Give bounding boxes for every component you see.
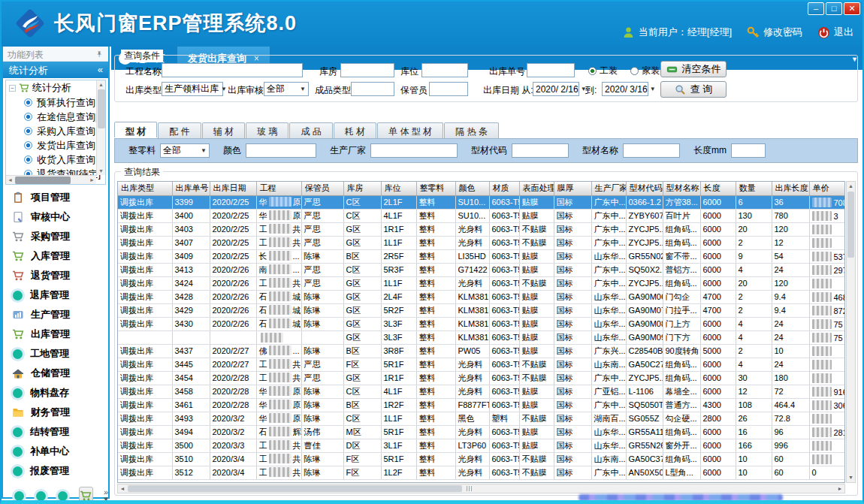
table-row[interactable]: 调拨出库35102020/3/4工共工程陈琳F区5R1F整料光身料6063-T5… [118, 452, 845, 466]
scroll-down-icon[interactable]: ▼ [97, 167, 105, 175]
column-header-型材名称[interactable]: 型材名称 [663, 182, 700, 195]
material-tab-耗材[interactable]: 耗 材 [334, 122, 376, 138]
column-header-单价[interactable]: 单价 [809, 182, 845, 195]
module-dot-icon[interactable] [58, 491, 68, 501]
scroll-left-icon[interactable]: ◄ [118, 484, 127, 493]
outbound-audit-select[interactable]: 全部▼ [264, 82, 309, 96]
profile-code-input[interactable] [512, 143, 569, 158]
grid-horizontal-scrollbar[interactable]: ◄ ► [117, 484, 845, 493]
sidebar-item-财务管理[interactable]: 财务管理 [3, 403, 108, 422]
logout-button[interactable]: 退出 [817, 26, 853, 39]
column-header-出库长度[interactable]: 出库长度 [772, 182, 809, 195]
material-tab-单体型材[interactable]: 单 体 型 材 [377, 122, 443, 138]
material-tab-玻璃[interactable]: 玻 璃 [246, 122, 289, 138]
column-header-颜色[interactable]: 颜色 [455, 182, 489, 195]
module-dot-icon[interactable] [14, 491, 24, 501]
column-header-材质[interactable]: 材质 [489, 182, 519, 195]
table-row[interactable]: 调拨出库34302020/2/26石城陈琳G区3L3F整料KLM38176063… [118, 317, 845, 330]
tree-expand-icon[interactable]: − [9, 85, 16, 92]
sidebar-item-入库管理[interactable]: 入库管理 [3, 246, 108, 266]
column-header-保管员[interactable]: 保管员 [301, 182, 343, 195]
table-row[interactable]: G区3L3F整料KLM38176063-T5贴膜国标山东华...GA90M09.… [118, 330, 845, 344]
sidebar-item-补单中心[interactable]: 补单中心 [3, 442, 108, 461]
scroll-right-icon[interactable]: ► [88, 176, 96, 185]
sidebar-item-生产管理[interactable]: 生产管理 [3, 305, 108, 324]
manufacturer-input[interactable] [370, 143, 458, 158]
pin-icon[interactable]: 🖈 [95, 50, 104, 59]
location-input[interactable] [421, 63, 468, 77]
column-header-整零料[interactable]: 整零料 [416, 182, 455, 195]
project-name-input[interactable] [162, 63, 303, 77]
column-header-表面处理[interactable]: 表面处理 [519, 182, 554, 195]
profile-name-input[interactable] [623, 143, 680, 158]
sidebar-item-出库管理[interactable]: 出库管理 [3, 324, 108, 344]
clear-conditions-button[interactable]: 清空条件 [660, 61, 727, 77]
tree-vertical-scrollbar[interactable]: ▲ ▼ [96, 80, 105, 175]
collapse-icon[interactable]: « [98, 64, 103, 75]
table-row[interactable]: 调拨出库34072020/2/25工共工程严思G区1L1F整料光身料6063-T… [118, 236, 845, 249]
scroll-right-icon[interactable]: ► [835, 484, 844, 493]
module-dot-icon[interactable] [36, 491, 46, 501]
table-row[interactable]: 调拨出库35122020/3/4工共工程陈琳F区1L2F整料光身料6063-T5… [118, 466, 845, 479]
table-row[interactable]: 调拨出库33992020/2/25华原...严思C区2L1F整料SU10...6… [118, 195, 845, 209]
material-tab-型材[interactable]: 型 材 [114, 122, 157, 137]
table-row[interactable]: 调拨出库34372020/2/27佛...陈琳B区3R8F整料PW056063-… [118, 344, 845, 358]
sidebar-item-退库管理[interactable]: 退库管理 [3, 285, 108, 305]
table-row[interactable]: 调拨出库34002020/2/25华原...严思C区4L1F整料SU10...6… [118, 209, 845, 222]
table-row[interactable]: 调拨出库35002020/3/3工共工程曹佳D区3L1F整料LT3P606063… [118, 439, 845, 452]
table-row[interactable]: 调拨出库34582020/2/28华原...陈琳C区4L1F整料光身料6063-… [118, 385, 845, 398]
column-header-出库类型[interactable]: 出库类型 [118, 182, 172, 195]
tree-item[interactable]: 发货出库查询 [6, 138, 105, 152]
column-header-数量[interactable]: 数量 [736, 182, 772, 195]
part-type-select[interactable]: 全部▼ [160, 143, 210, 158]
sidebar-item-项目管理[interactable]: 项目管理 [3, 188, 108, 207]
column-header-出库日期[interactable]: 出库日期 [210, 182, 256, 195]
table-row[interactable]: 调拨出库34542020/2/28工共工程严思G区1R1F整料光身料6063-T… [118, 371, 845, 385]
section-header-statistics[interactable]: 统计分析 « [3, 62, 108, 78]
material-tab-配件[interactable]: 配 件 [158, 122, 201, 138]
product-type-input[interactable] [351, 82, 394, 96]
radio-gongzhuang[interactable]: 工装 [588, 65, 618, 77]
outbound-type-select[interactable]: 生产领料出库▼ [162, 82, 223, 96]
scroll-left-icon[interactable]: ◄ [6, 176, 14, 185]
date-to-picker[interactable]: 2020/ 3/16▼ [602, 82, 648, 96]
scroll-up-icon[interactable]: ▲ [97, 80, 105, 89]
length-input[interactable] [731, 143, 766, 158]
sidebar-item-审核中心[interactable]: 审核中心 [3, 207, 108, 227]
tree-item[interactable]: 采购入库查询 [6, 124, 105, 138]
maximize-button[interactable]: □ [826, 2, 842, 15]
order-no-input[interactable] [527, 63, 575, 77]
sidebar-item-物料盘存[interactable]: 物料盘存 [3, 383, 108, 403]
sidebar-item-仓储管理[interactable]: 仓储管理 [3, 364, 108, 383]
close-button[interactable]: ✕ [844, 2, 860, 15]
tree-item[interactable]: 预算执行查询 [6, 95, 105, 110]
sidebar-item-结转管理[interactable]: 结转管理 [3, 422, 108, 442]
table-row[interactable]: 调拨出库34132020/2/26南...严思C区5R3F整料G71422606… [118, 263, 845, 276]
more-modules-button[interactable]: »▾ [104, 489, 108, 502]
tree-item[interactable]: 收货入库查询 [6, 152, 105, 167]
search-button[interactable]: 查 询 [660, 81, 727, 98]
column-header-型材代码[interactable]: 型材代码 [626, 182, 663, 195]
table-row[interactable]: 调拨出库34932020/3/2华原...陈琳C区1L1F整料黑色塑料不贴膜国标… [118, 412, 845, 425]
table-row[interactable]: 调拨出库34092020/2/25长...陈琳B区2R5F整料LI35HD606… [118, 249, 845, 263]
keeper-input[interactable] [429, 82, 468, 96]
date-from-picker[interactable]: 2020/ 2/16▼ [533, 82, 579, 96]
tree-item[interactable]: 在途信息查询[待 [6, 110, 105, 124]
table-row[interactable]: 调拨出库34292020/2/26石城陈琳G区5R2F整料KLM38176063… [118, 303, 845, 317]
table-row[interactable]: 调拨出库34032020/2/25工共工程严思G区1R1F整料光身料6063-T… [118, 222, 845, 236]
table-row[interactable]: 调拨出库34452020/2/27工共工程严思F区5R1F整料光身料6063-T… [118, 358, 845, 371]
radio-jiazhuang[interactable]: 家装 [630, 65, 660, 77]
grid-vertical-scrollbar[interactable]: ▲ ▼ [846, 181, 856, 483]
sidebar-item-工地管理[interactable]: 工地管理 [3, 344, 108, 364]
color-input[interactable] [246, 143, 316, 158]
column-header-生产厂家[interactable]: 生产厂家 [591, 182, 626, 195]
column-header-膜厚[interactable]: 膜厚 [554, 182, 591, 195]
scroll-down-icon[interactable]: ▼ [847, 473, 855, 482]
table-row[interactable]: 调拨出库34942020/3/2石辉城汤伟M区5R1F整料光身料6063-T5贴… [118, 425, 845, 439]
column-header-工程[interactable]: 工程 [256, 182, 301, 195]
scroll-up-icon[interactable]: ▲ [847, 182, 855, 191]
cart-shortcut-button[interactable] [79, 487, 93, 504]
tree-horizontal-scrollbar[interactable]: ◄ ► [6, 175, 96, 184]
column-header-库房[interactable]: 库房 [343, 182, 381, 195]
sidebar-item-报废管理[interactable]: 报废管理 [3, 461, 108, 481]
